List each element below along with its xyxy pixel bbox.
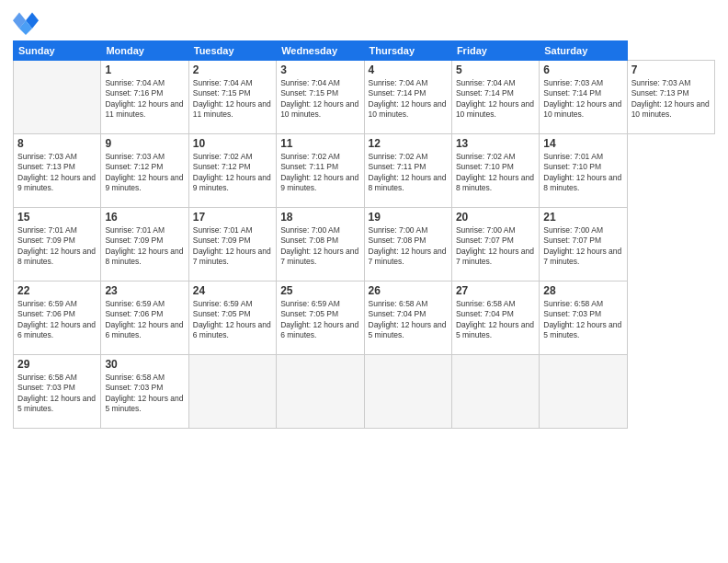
daylight: Daylight: 12 hours and 5 minutes.	[456, 320, 534, 339]
sunset: Sunset: 7:08 PM	[280, 236, 338, 245]
sunrise: Sunrise: 6:59 AM	[280, 299, 340, 308]
day-info: Sunrise: 7:03 AM Sunset: 7:13 PM Dayligh…	[17, 152, 97, 194]
day-info: Sunrise: 7:02 AM Sunset: 7:10 PM Dayligh…	[456, 152, 535, 194]
sunrise: Sunrise: 7:01 AM	[543, 152, 603, 161]
day-number: 25	[280, 284, 359, 297]
day-info: Sunrise: 7:00 AM Sunset: 7:08 PM Dayligh…	[369, 225, 448, 268]
daylight: Daylight: 12 hours and 6 minutes.	[17, 320, 96, 339]
day-number: 16	[105, 211, 184, 224]
day-number: 19	[369, 211, 448, 224]
daylight: Daylight: 12 hours and 7 minutes.	[193, 247, 271, 266]
sunset: Sunset: 7:04 PM	[456, 309, 514, 318]
daylight: Daylight: 12 hours and 6 minutes.	[193, 320, 271, 339]
sunrise: Sunrise: 7:04 AM	[105, 78, 165, 87]
daylight: Daylight: 12 hours and 10 minutes.	[369, 99, 447, 119]
sunrise: Sunrise: 7:01 AM	[17, 225, 77, 235]
sunset: Sunset: 7:11 PM	[280, 162, 338, 171]
sunrise: Sunrise: 7:02 AM	[280, 152, 340, 161]
day-number: 29	[17, 358, 97, 371]
sunrise: Sunrise: 7:00 AM	[456, 225, 516, 235]
sunset: Sunset: 7:15 PM	[280, 88, 338, 98]
daylight: Daylight: 12 hours and 8 minutes.	[17, 247, 96, 266]
day-info: Sunrise: 6:59 AM Sunset: 7:05 PM Dayligh…	[193, 299, 272, 341]
table-row: 27 Sunrise: 6:58 AM Sunset: 7:04 PM Dayl…	[451, 282, 539, 355]
table-row	[451, 355, 539, 429]
sunset: Sunset: 7:10 PM	[456, 162, 514, 171]
day-info: Sunrise: 7:03 AM Sunset: 7:13 PM Dayligh…	[631, 78, 711, 121]
table-row: 22 Sunrise: 6:59 AM Sunset: 7:06 PM Dayl…	[14, 282, 101, 355]
day-number: 2	[193, 63, 272, 76]
daylight: Daylight: 12 hours and 6 minutes.	[280, 320, 358, 339]
sunset: Sunset: 7:10 PM	[543, 162, 601, 171]
day-info: Sunrise: 7:01 AM Sunset: 7:10 PM Dayligh…	[543, 152, 622, 194]
table-row: 28 Sunrise: 6:58 AM Sunset: 7:03 PM Dayl…	[540, 282, 627, 355]
sunrise: Sunrise: 7:03 AM	[631, 78, 691, 87]
table-row: 29 Sunrise: 6:58 AM Sunset: 7:03 PM Dayl…	[14, 355, 101, 429]
day-number: 24	[193, 284, 272, 297]
table-row: 2 Sunrise: 7:04 AM Sunset: 7:15 PM Dayli…	[188, 61, 276, 134]
sunset: Sunset: 7:05 PM	[193, 309, 251, 318]
day-number: 5	[456, 63, 535, 76]
sunrise: Sunrise: 6:59 AM	[17, 299, 77, 308]
sunset: Sunset: 7:03 PM	[105, 383, 163, 392]
day-number: 30	[105, 358, 184, 371]
sunset: Sunset: 7:12 PM	[193, 162, 251, 171]
day-info: Sunrise: 7:01 AM Sunset: 7:09 PM Dayligh…	[193, 225, 272, 268]
empty-cell	[14, 61, 101, 134]
day-info: Sunrise: 7:04 AM Sunset: 7:15 PM Dayligh…	[193, 78, 272, 121]
day-info: Sunrise: 7:01 AM Sunset: 7:09 PM Dayligh…	[17, 225, 97, 268]
table-row: 8 Sunrise: 7:03 AM Sunset: 7:13 PM Dayli…	[14, 134, 101, 208]
sunset: Sunset: 7:09 PM	[105, 236, 163, 245]
table-row: 13 Sunrise: 7:02 AM Sunset: 7:10 PM Dayl…	[451, 134, 539, 208]
day-info: Sunrise: 7:02 AM Sunset: 7:12 PM Dayligh…	[193, 152, 272, 194]
day-info: Sunrise: 7:04 AM Sunset: 7:15 PM Dayligh…	[280, 78, 359, 121]
table-row: 7 Sunrise: 7:03 AM Sunset: 7:13 PM Dayli…	[627, 61, 714, 134]
day-number: 27	[456, 284, 535, 297]
sunrise: Sunrise: 6:58 AM	[17, 373, 77, 382]
day-number: 15	[17, 211, 97, 224]
sunrise: Sunrise: 7:04 AM	[193, 78, 253, 87]
table-row: 1 Sunrise: 7:04 AM Sunset: 7:16 PM Dayli…	[101, 61, 188, 134]
day-number: 20	[456, 211, 535, 224]
day-number: 10	[193, 137, 272, 150]
sunset: Sunset: 7:06 PM	[105, 309, 163, 318]
calendar-week-row: 1 Sunrise: 7:04 AM Sunset: 7:16 PM Dayli…	[14, 61, 715, 134]
sunset: Sunset: 7:14 PM	[543, 88, 601, 98]
table-row: 6 Sunrise: 7:03 AM Sunset: 7:14 PM Dayli…	[540, 61, 627, 134]
sunset: Sunset: 7:13 PM	[17, 162, 75, 171]
calendar-week-row: 8 Sunrise: 7:03 AM Sunset: 7:13 PM Dayli…	[14, 134, 715, 208]
daylight: Daylight: 12 hours and 8 minutes.	[543, 173, 621, 192]
calendar-table: Sunday Monday Tuesday Wednesday Thursday…	[13, 40, 715, 429]
day-info: Sunrise: 7:04 AM Sunset: 7:14 PM Dayligh…	[369, 78, 448, 121]
sunset: Sunset: 7:12 PM	[105, 162, 163, 171]
table-row: 5 Sunrise: 7:04 AM Sunset: 7:14 PM Dayli…	[451, 61, 539, 134]
sunrise: Sunrise: 7:00 AM	[369, 225, 428, 235]
daylight: Daylight: 12 hours and 8 minutes.	[456, 173, 534, 192]
day-number: 13	[456, 137, 535, 150]
sunrise: Sunrise: 7:03 AM	[105, 152, 165, 161]
table-row: 19 Sunrise: 7:00 AM Sunset: 7:08 PM Dayl…	[364, 208, 451, 282]
day-info: Sunrise: 6:58 AM Sunset: 7:03 PM Dayligh…	[543, 299, 622, 341]
header	[13, 9, 715, 35]
table-row: 12 Sunrise: 7:02 AM Sunset: 7:11 PM Dayl…	[364, 134, 451, 208]
sunset: Sunset: 7:14 PM	[369, 88, 427, 98]
table-row: 9 Sunrise: 7:03 AM Sunset: 7:12 PM Dayli…	[101, 134, 188, 208]
day-info: Sunrise: 7:02 AM Sunset: 7:11 PM Dayligh…	[369, 152, 448, 194]
calendar-header-row: Sunday Monday Tuesday Wednesday Thursday…	[14, 41, 715, 61]
table-row: 15 Sunrise: 7:01 AM Sunset: 7:09 PM Dayl…	[14, 208, 101, 282]
table-row	[364, 355, 451, 429]
sunset: Sunset: 7:05 PM	[280, 309, 338, 318]
sunset: Sunset: 7:09 PM	[17, 236, 75, 245]
col-monday: Monday	[101, 41, 188, 61]
sunset: Sunset: 7:14 PM	[456, 88, 514, 98]
day-number: 26	[369, 284, 448, 297]
day-number: 17	[193, 211, 272, 224]
table-row: 3 Sunrise: 7:04 AM Sunset: 7:15 PM Dayli…	[277, 61, 364, 134]
daylight: Daylight: 12 hours and 8 minutes.	[369, 173, 447, 192]
table-row: 14 Sunrise: 7:01 AM Sunset: 7:10 PM Dayl…	[540, 134, 627, 208]
sunset: Sunset: 7:04 PM	[369, 309, 427, 318]
daylight: Daylight: 12 hours and 10 minutes.	[631, 99, 710, 119]
daylight: Daylight: 12 hours and 10 minutes.	[543, 99, 621, 119]
logo-icon	[13, 9, 39, 35]
sunrise: Sunrise: 6:58 AM	[456, 299, 516, 308]
